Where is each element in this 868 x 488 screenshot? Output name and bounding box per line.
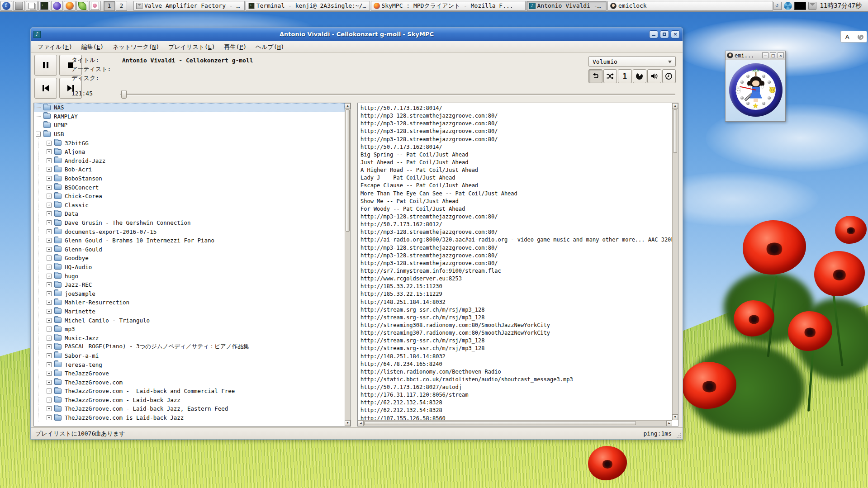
tree-row[interactable]: USB (34, 130, 345, 139)
expand-icon[interactable] (47, 265, 52, 270)
tree-row[interactable]: hugo (34, 271, 345, 280)
web-launcher[interactable] (51, 1, 63, 11)
photo-app-tray-icon[interactable] (784, 2, 792, 10)
emiclock-titlebar[interactable]: emi... − □ × (726, 51, 785, 60)
tree-row[interactable]: BoboStanson (34, 174, 345, 183)
task-button-2[interactable]: SkyMPC : MPDクライアント - Mozilla F... (371, 1, 526, 11)
expand-icon[interactable] (47, 398, 52, 403)
tree-row[interactable]: NAS (34, 103, 345, 112)
tree-row[interactable]: Aljona (34, 147, 345, 156)
tree-row[interactable]: UPNP (34, 121, 345, 130)
playlist-line[interactable]: http://www.rcgoldserver.eu:8253 (360, 275, 672, 283)
task-button-4[interactable]: emiclock (607, 1, 773, 11)
expand-icon[interactable] (47, 362, 52, 367)
expand-icon[interactable] (47, 158, 52, 163)
playlist-line[interactable]: http://mp3-128.streamthejazzgroove.com:8… (360, 112, 672, 120)
tree-row[interactable]: joeSample (34, 289, 345, 298)
playlist-line[interactable]: http://185.33.22.15:11230 (360, 283, 672, 290)
tree-row[interactable]: Data (34, 209, 345, 218)
tree-row[interactable]: Marinette (34, 307, 345, 316)
close-button[interactable]: × (671, 30, 680, 38)
scroll-down-icon[interactable]: ▼ (345, 420, 351, 426)
firefox-launcher[interactable] (64, 1, 76, 11)
playlist-line[interactable]: http://mp3-128.streamthejazzgroove.com:8… (360, 252, 672, 260)
playlist-line[interactable]: Lady J -- Pat Coil/Just Ahead (360, 174, 672, 182)
images-launcher[interactable] (89, 1, 101, 11)
tree-row[interactable]: 32bitGG (34, 138, 345, 147)
menu-item-0[interactable]: ファイル(F) (33, 42, 76, 52)
playlist-line[interactable]: http://64.78.234.165:8240 (360, 360, 672, 368)
scroll-up-icon[interactable]: ▲ (672, 103, 678, 109)
tree-row[interactable]: Glenn-Gould (34, 245, 345, 254)
playlist-line[interactable]: Show Me -- Pat Coil/Just Ahead (360, 198, 672, 205)
expand-icon[interactable] (47, 300, 52, 305)
tree-scroll-thumb[interactable] (346, 109, 350, 232)
playlist-line[interactable]: http://50.7.173.162:8012/ (360, 221, 672, 228)
menu-item-1[interactable]: 編集(E) (77, 42, 108, 52)
workspace-button-2[interactable]: 2 (116, 1, 127, 11)
playlist-line[interactable]: http://148.251.184.14:8032 (360, 298, 672, 306)
tree-row[interactable]: TheJazzGroove (34, 369, 345, 378)
playlist-line[interactable]: Big Spring -- Pat Coil/Just Ahead (360, 151, 672, 159)
expand-icon[interactable] (47, 256, 52, 261)
tree-row[interactable]: HQ-Audio (34, 263, 345, 272)
expand-icon[interactable] (47, 167, 52, 172)
expand-icon[interactable] (47, 211, 52, 216)
expand-icon[interactable] (47, 344, 52, 349)
scroll-down-icon[interactable]: ▼ (672, 414, 678, 420)
playlist-line[interactable]: http://62.212.132.54:8328 (360, 407, 672, 414)
timer-button[interactable] (662, 69, 676, 83)
playlist-line[interactable]: More Than The Eye Can See -- Pat Coil/Ju… (360, 190, 672, 198)
expand-icon[interactable] (47, 309, 52, 314)
volume-button[interactable] (647, 69, 661, 83)
playlist-line[interactable]: Escape Clause -- Pat Coil/Just Ahead (360, 182, 672, 190)
expand-icon[interactable] (47, 229, 52, 234)
seek-handle[interactable] (121, 90, 127, 99)
tree-row[interactable]: Glenn Gould - Brahms 10 Intermezzi For P… (34, 236, 345, 245)
tree-row[interactable]: TheJazzGroove.com (34, 378, 345, 387)
playlist-line[interactable]: Just Ahead -- Pat Coil/Just Ahead (360, 159, 672, 166)
mail-tray-icon[interactable] (808, 2, 816, 10)
expand-icon[interactable] (47, 291, 52, 296)
tree-row[interactable]: PASCAL ROGE(Piano) - 3つのジムノペディ／サティ：ピアノ作品… (34, 342, 345, 351)
playlist-hscroll-thumb[interactable] (364, 421, 636, 425)
tree-row[interactable]: Goodbye (34, 254, 345, 263)
single-button[interactable]: 1 (618, 69, 632, 83)
playlist-line[interactable]: http://50.7.173.162:8027/autodj (360, 384, 672, 391)
playlist-line[interactable]: http://176.31.117.120:8056/stream (360, 391, 672, 399)
tree-row[interactable]: BSOConcert (34, 183, 345, 192)
expand-icon[interactable] (47, 353, 52, 358)
tree-row[interactable]: Android-Jazz (34, 156, 345, 166)
playlist-line[interactable]: http://185.33.22.15:11229 (360, 290, 672, 298)
menu-item-3[interactable]: プレイリスト(L) (164, 42, 219, 52)
playlist-line[interactable]: http://50.7.173.162:8014/ (360, 143, 672, 151)
expand-icon[interactable] (47, 203, 52, 208)
tree-row[interactable]: Michel Camilo - Triangulo (34, 316, 345, 325)
expand-icon[interactable] (47, 371, 52, 376)
tree-row[interactable]: TheJazzGroove.com - Laid-back Jazz (34, 396, 345, 405)
expand-icon[interactable] (47, 141, 52, 146)
expand-icon[interactable] (47, 238, 52, 243)
windows-launcher[interactable] (26, 1, 38, 11)
emiclock-minimize-button[interactable]: − (762, 52, 768, 58)
maximize-button[interactable] (660, 30, 669, 38)
window-restore-tray-icon[interactable] (773, 2, 782, 10)
playlist-line[interactable]: http://mp3-128.streamthejazzgroove.com:8… (360, 244, 672, 252)
expand-icon[interactable] (47, 327, 52, 332)
emiclock-close-button[interactable]: × (778, 52, 784, 58)
resize-grip[interactable] (676, 433, 682, 438)
playlist-line[interactable]: http://mp3-128.streamthejazzgroove.com:8… (360, 120, 672, 128)
playlist-line[interactable]: http://streaming308.radionomy.com:80/Smo… (360, 322, 672, 329)
expand-icon[interactable] (47, 185, 52, 190)
expand-icon[interactable] (47, 415, 52, 420)
tree-row[interactable]: Teresa-teng (34, 360, 345, 369)
tree-row[interactable]: Chick-Corea (34, 192, 345, 201)
minimize-button[interactable] (649, 30, 658, 38)
playlist-line[interactable]: http://sr7.inmystream.info:9100/stream.f… (360, 267, 672, 275)
playlist-line[interactable]: http://62.212.132.54:8328 (360, 399, 672, 407)
playlist-scroll-thumb[interactable] (673, 109, 677, 153)
pause-button[interactable] (34, 55, 57, 76)
expand-icon[interactable] (47, 149, 52, 154)
playlist-line[interactable]: For Woody -- Pat Coil/Just Ahead (360, 205, 672, 213)
shuffle-button[interactable] (603, 69, 617, 83)
